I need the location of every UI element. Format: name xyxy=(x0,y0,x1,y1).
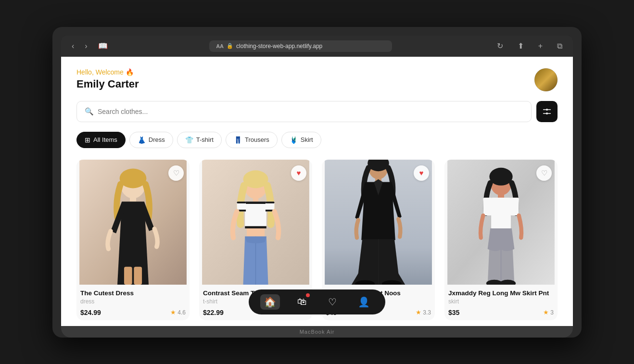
laptop-bottom-bar: MacBook Air xyxy=(61,326,573,338)
rating-value-4: 3 xyxy=(550,309,554,316)
svg-rect-21 xyxy=(237,201,246,203)
bag-badge xyxy=(306,293,310,297)
svg-point-8 xyxy=(120,168,147,188)
filter-icon xyxy=(542,107,552,116)
skirt-icon: 🩱 xyxy=(290,136,298,144)
wishlist-btn-4[interactable]: ♡ xyxy=(536,165,552,181)
star-icon-4: ★ xyxy=(543,309,549,316)
svg-rect-38 xyxy=(491,197,511,228)
all-items-icon: ⊞ xyxy=(85,136,90,144)
filter-button[interactable] xyxy=(536,101,558,122)
address-bar[interactable]: AA 🔒 clothing-store-web-app.netlify.app xyxy=(209,40,392,52)
product-price-row-1: $24.99 ★ 4.6 xyxy=(80,309,186,316)
tab-trousers-label: Trousers xyxy=(245,136,269,143)
greeting-text: Hello, Welcome 🔥 xyxy=(76,68,139,76)
star-icon-1: ★ xyxy=(170,309,176,316)
user-name: Emily Carter xyxy=(76,78,139,90)
search-input-wrap[interactable]: 🔍 xyxy=(76,101,532,122)
url-text: clothing-store-web-app.netlify.app xyxy=(236,43,322,50)
avatar[interactable] xyxy=(534,68,558,91)
svg-rect-10 xyxy=(124,266,132,284)
search-icon: 🔍 xyxy=(85,107,94,116)
share-button[interactable]: ⬆ xyxy=(515,40,527,51)
reload-button[interactable]: ↻ xyxy=(494,40,506,51)
rating-value-3: 3.3 xyxy=(423,309,431,316)
svg-rect-37 xyxy=(498,191,504,198)
browser-chrome: ‹ › 📖 AA 🔒 clothing-store-web-app.netlif… xyxy=(61,36,573,57)
address-bar-wrap: AA 🔒 clothing-store-web-app.netlify.app xyxy=(115,40,486,52)
web-content: Hello, Welcome 🔥 Emily Carter 🔍 xyxy=(61,57,573,326)
svg-rect-18 xyxy=(245,226,266,228)
svg-rect-40 xyxy=(510,197,519,215)
svg-point-1 xyxy=(546,113,548,114)
tab-all-items[interactable]: ⊞ All Items xyxy=(76,132,126,148)
product-rating-1: ★ 4.6 xyxy=(170,309,186,316)
avatar-image xyxy=(534,68,558,91)
svg-rect-9 xyxy=(130,194,136,201)
nav-home-button[interactable]: 🏠 xyxy=(260,294,280,310)
tshirt-icon: 👕 xyxy=(185,136,193,144)
dress-icon: 👗 xyxy=(138,136,146,144)
product-rating-4: ★ 3 xyxy=(543,309,554,316)
bottom-navigation: 🏠 🛍 ♡ 👤 xyxy=(249,289,385,314)
wishlist-btn-2[interactable]: ♥ xyxy=(291,165,306,181)
search-row: 🔍 xyxy=(76,101,558,122)
user-greeting-block: Hello, Welcome 🔥 Emily Carter xyxy=(76,68,139,90)
laptop-model-label: MacBook Air xyxy=(300,329,335,335)
search-input[interactable] xyxy=(98,108,523,115)
product-image-wrap-2: ♥ xyxy=(199,160,312,285)
forward-button[interactable]: › xyxy=(82,41,90,51)
back-button[interactable]: ‹ xyxy=(69,41,77,51)
product-info-4: Jxmaddy Reg Long Mw Skirt Pnt skirt $35 … xyxy=(444,285,558,320)
wishlist-btn-3[interactable]: ♥ xyxy=(414,165,429,181)
product-name-1: The Cutest Dress xyxy=(80,289,186,297)
aa-label: AA xyxy=(216,43,224,49)
product-info-1: The Cutest Dress dress $24.99 ★ 4.6 xyxy=(76,285,190,320)
svg-rect-16 xyxy=(245,201,266,228)
svg-rect-25 xyxy=(247,228,265,237)
product-category-4: skirt xyxy=(448,298,554,305)
trousers-icon: 👖 xyxy=(234,136,242,144)
tab-tshirt[interactable]: 👕 T-shirt xyxy=(177,132,222,148)
product-price-2: $22.99 xyxy=(203,309,224,316)
product-rating-3: ★ 3.3 xyxy=(416,309,431,316)
add-tab-button[interactable]: + xyxy=(535,41,545,51)
product-card-1[interactable]: ♡ The Cutest Dress dress $24.99 ★ 4.6 xyxy=(76,160,190,320)
tab-tshirt-label: T-shirt xyxy=(196,136,214,143)
product-price-row-4: $35 ★ 3 xyxy=(448,309,554,316)
svg-rect-15 xyxy=(253,195,258,202)
nav-wishlist-button[interactable]: ♡ xyxy=(324,294,341,310)
nav-bag-button[interactable]: 🛍 xyxy=(293,294,311,309)
laptop-screen: ‹ › 📖 AA 🔒 clothing-store-web-app.netlif… xyxy=(61,36,573,326)
svg-rect-11 xyxy=(134,266,142,284)
product-price-1: $24.99 xyxy=(80,309,101,316)
product-image-wrap-1: ♡ xyxy=(76,160,190,285)
product-image-wrap-4: ♡ xyxy=(444,160,558,285)
product-image-wrap-3: ♥ xyxy=(322,160,435,285)
svg-rect-22 xyxy=(266,201,275,203)
svg-rect-39 xyxy=(483,197,492,215)
tab-skirt-label: Skirt xyxy=(301,136,313,143)
product-category-1: dress xyxy=(80,298,186,305)
browser-actions: ↻ ⬆ + ⧉ xyxy=(494,40,565,51)
product-price-4: $35 xyxy=(448,309,459,316)
star-icon-3: ★ xyxy=(416,309,421,316)
bookmarks-icon[interactable]: 📖 xyxy=(98,41,108,50)
wishlist-btn-1[interactable]: ♡ xyxy=(168,165,184,181)
page-inner: Hello, Welcome 🔥 Emily Carter 🔍 xyxy=(61,57,573,320)
tabs-button[interactable]: ⧉ xyxy=(554,41,565,51)
svg-point-0 xyxy=(546,109,548,111)
category-tabs: ⊞ All Items 👗 Dress 👕 T-shirt 👖 Trousers xyxy=(76,132,558,148)
tab-trousers[interactable]: 👖 Trousers xyxy=(226,132,278,148)
product-name-4: Jxmaddy Reg Long Mw Skirt Pnt xyxy=(448,289,554,297)
tab-all-items-label: All Items xyxy=(93,136,117,143)
tab-skirt[interactable]: 🩱 Skirt xyxy=(281,132,321,148)
rating-value-1: 4.6 xyxy=(178,309,186,316)
page-header: Hello, Welcome 🔥 Emily Carter xyxy=(76,68,558,91)
tab-dress[interactable]: 👗 Dress xyxy=(129,132,173,148)
nav-profile-button[interactable]: 👤 xyxy=(354,294,374,310)
lock-icon: 🔒 xyxy=(227,43,233,49)
product-card-4[interactable]: ♡ Jxmaddy Reg Long Mw Skirt Pnt skirt $3… xyxy=(444,160,558,320)
tab-dress-label: Dress xyxy=(149,136,165,143)
laptop-frame: ‹ › 📖 AA 🔒 clothing-store-web-app.netlif… xyxy=(52,27,582,338)
